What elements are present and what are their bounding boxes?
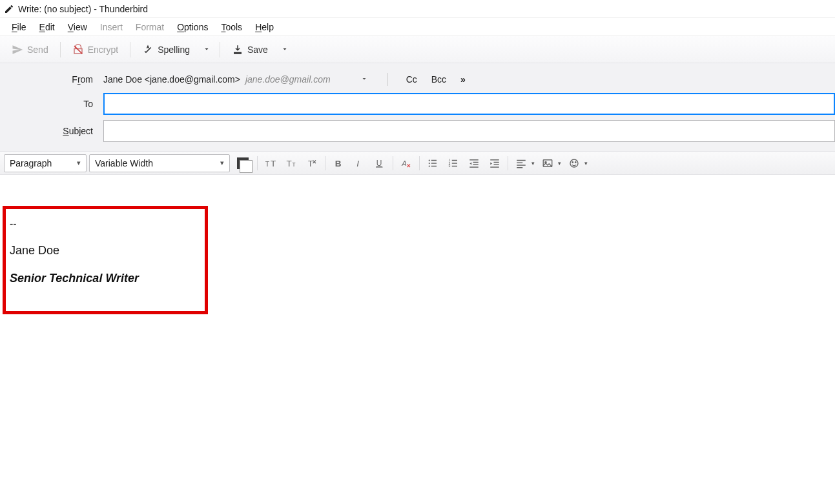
spelling-dropdown[interactable] [199, 41, 214, 59]
font-family-value: Variable Width [95, 158, 153, 168]
text-color-button[interactable] [232, 154, 253, 172]
menu-options[interactable]: Options [170, 19, 214, 35]
svg-text:T: T [308, 159, 313, 168]
svg-rect-34 [517, 162, 522, 163]
menu-options-rest: ptions [184, 22, 208, 32]
bold-button[interactable]: B [329, 154, 347, 172]
svg-text:T: T [271, 158, 276, 168]
insert-emoji-button[interactable]: ▾ [565, 154, 589, 172]
signature-title: Senior Technical Writer [10, 272, 201, 285]
divider [325, 156, 325, 170]
chevron-down-icon: ▾ [530, 160, 536, 166]
save-button[interactable]: Save [225, 40, 274, 59]
svg-point-41 [575, 161, 577, 163]
svg-rect-31 [494, 164, 499, 165]
align-left-icon [512, 154, 530, 172]
svg-rect-30 [494, 161, 499, 163]
align-button[interactable]: ▾ [512, 154, 536, 172]
encrypt-label: Encrypt [88, 45, 118, 55]
window-title: Write: (no subject) - Thunderbird [18, 4, 148, 14]
svg-rect-22 [452, 159, 457, 161]
svg-rect-24 [452, 165, 457, 166]
to-label: To [0, 99, 97, 109]
decrease-font-size-button[interactable]: TT [282, 154, 300, 172]
svg-text:A: A [401, 159, 407, 166]
window-titlebar: Write: (no subject) - Thunderbird [0, 0, 835, 18]
svg-rect-35 [517, 165, 526, 166]
bullet-list-button[interactable] [424, 154, 442, 172]
underline-button[interactable]: U [371, 154, 389, 172]
spelling-button[interactable]: Spelling [136, 40, 196, 59]
svg-text:T: T [265, 159, 270, 167]
divider [393, 156, 393, 170]
chevron-down-icon: ▾ [220, 159, 224, 167]
menubar: File Edit View Insert Format Options Too… [0, 18, 835, 36]
from-label: From [0, 74, 97, 85]
toolbar-separator [130, 42, 130, 57]
menu-format: Format [129, 19, 170, 35]
font-family-select[interactable]: Variable Width ▾ [89, 154, 230, 172]
menu-edit[interactable]: Edit [33, 19, 61, 35]
svg-rect-32 [490, 166, 499, 168]
chevron-down-icon: ▾ [583, 160, 589, 166]
remove-formatting-button[interactable]: T [303, 154, 321, 172]
svg-rect-17 [431, 163, 437, 164]
encrypt-icon [72, 44, 84, 55]
clear-formatting-button[interactable]: A [397, 154, 415, 172]
encrypt-button[interactable]: Encrypt [66, 40, 125, 59]
send-button[interactable]: Send [5, 40, 55, 59]
menu-tools[interactable]: Tools [214, 19, 249, 35]
numbered-list-button[interactable]: 123 [444, 154, 462, 172]
svg-point-40 [572, 161, 573, 163]
svg-text:T: T [287, 158, 292, 168]
menu-view-rest: iew [74, 22, 87, 32]
svg-rect-27 [473, 164, 479, 165]
chevron-down-icon: ▾ [77, 159, 81, 167]
to-input[interactable] [103, 93, 835, 115]
more-recipients-button[interactable]: » [457, 73, 469, 86]
menu-file[interactable]: File [5, 19, 33, 35]
cc-button[interactable]: Cc [402, 73, 421, 86]
from-row: From Jane Doe <jane.doe@gmail.com> jane.… [0, 68, 835, 90]
header-fields: From Jane Doe <jane.doe@gmail.com> jane.… [0, 63, 835, 152]
save-icon [232, 44, 243, 55]
svg-rect-33 [517, 159, 526, 161]
svg-point-13 [429, 159, 430, 161]
outdent-button[interactable] [465, 154, 483, 172]
menu-insert: Insert [94, 19, 129, 35]
signature-name: Jane Doe [10, 244, 201, 257]
svg-text:U: U [376, 158, 382, 167]
italic-button[interactable]: I [350, 154, 368, 172]
svg-rect-16 [431, 159, 437, 161]
insert-image-button[interactable]: ▾ [539, 154, 562, 172]
indent-button[interactable] [486, 154, 504, 172]
from-identity-picker[interactable]: Jane Doe <jane.doe@gmail.com> jane.doe@g… [103, 73, 373, 86]
menu-edit-rest: dit [45, 22, 55, 32]
signature-separator: -- [10, 218, 201, 230]
menu-help[interactable]: Help [249, 19, 280, 35]
svg-rect-25 [469, 159, 479, 161]
signature-highlight: -- Jane Doe Senior Technical Writer [3, 206, 208, 314]
svg-rect-23 [452, 163, 457, 164]
pencil-icon [4, 4, 14, 14]
menu-file-rest: ile [17, 22, 26, 32]
paragraph-style-value: Paragraph [10, 158, 52, 168]
save-dropdown[interactable] [277, 41, 293, 59]
compose-toolbar: Send Encrypt Spelling Save [0, 36, 835, 63]
paragraph-style-select[interactable]: Paragraph ▾ [4, 154, 87, 172]
message-body-editor[interactable]: -- Jane Doe Senior Technical Writer [0, 175, 835, 504]
increase-font-size-button[interactable]: TT [262, 154, 280, 172]
spelling-label: Spelling [158, 45, 190, 55]
save-label: Save [247, 45, 268, 55]
send-icon [12, 44, 23, 55]
divider [508, 156, 508, 170]
bcc-button[interactable]: Bcc [428, 73, 450, 86]
separator [387, 73, 388, 86]
from-identity: Jane Doe <jane.doe@gmail.com> [103, 74, 240, 85]
subject-input[interactable] [103, 120, 835, 142]
svg-rect-36 [517, 167, 522, 168]
subject-label: Subject [0, 126, 97, 136]
svg-rect-18 [431, 165, 437, 166]
chevron-down-icon[interactable] [355, 73, 373, 86]
menu-view[interactable]: View [61, 19, 94, 35]
